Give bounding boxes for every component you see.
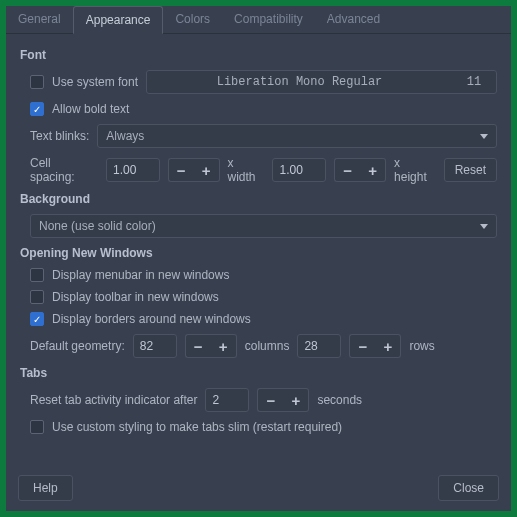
tab-appearance[interactable]: Appearance	[73, 6, 164, 34]
allow-bold-row: ✓ Allow bold text	[30, 102, 497, 116]
height-plus-button[interactable]: +	[360, 158, 386, 182]
allow-bold-checkbox[interactable]: ✓	[30, 102, 44, 116]
background-value: None (use solid color)	[39, 219, 156, 233]
background-row: None (use solid color)	[30, 214, 497, 238]
rows-minus-button[interactable]: −	[349, 334, 375, 358]
text-blinks-label: Text blinks:	[30, 129, 89, 143]
columns-input[interactable]: 82	[133, 334, 177, 358]
default-geometry-label: Default geometry:	[30, 339, 125, 353]
height-minus-button[interactable]: −	[334, 158, 360, 182]
borders-label: Display borders around new windows	[52, 312, 251, 326]
preferences-window: General Appearance Colors Compatibility …	[6, 6, 511, 511]
text-blinks-row: Text blinks: Always	[30, 124, 497, 148]
tab-advanced[interactable]: Advanced	[315, 6, 392, 33]
default-geometry-row: Default geometry: 82 − + columns 28 − + …	[30, 334, 497, 358]
font-chooser[interactable]: Liberation Mono Regular 11	[146, 70, 497, 94]
custom-styling-checkbox[interactable]	[30, 420, 44, 434]
background-select[interactable]: None (use solid color)	[30, 214, 497, 238]
rows-plus-button[interactable]: +	[375, 334, 401, 358]
menubar-label: Display menubar in new windows	[52, 268, 229, 282]
text-blinks-value: Always	[106, 129, 144, 143]
custom-styling-label: Use custom styling to make tabs slim (re…	[52, 420, 342, 434]
reset-indicator-row: Reset tab activity indicator after 2 − +…	[30, 388, 497, 412]
reset-indicator-pre: Reset tab activity indicator after	[30, 393, 197, 407]
section-font: Font	[20, 48, 497, 62]
reset-cell-spacing-button[interactable]: Reset	[444, 158, 497, 182]
reset-seconds-plus-button[interactable]: +	[283, 388, 309, 412]
width-input[interactable]: 1.00	[106, 158, 160, 182]
chevron-down-icon	[480, 134, 488, 139]
tab-colors[interactable]: Colors	[163, 6, 222, 33]
reset-indicator-post: seconds	[317, 393, 362, 407]
width-plus-button[interactable]: +	[194, 158, 220, 182]
borders-checkbox[interactable]: ✓	[30, 312, 44, 326]
borders-row: ✓ Display borders around new windows	[30, 312, 497, 326]
rows-suffix: rows	[409, 339, 434, 353]
width-minus-button[interactable]: −	[168, 158, 194, 182]
allow-bold-label: Allow bold text	[52, 102, 129, 116]
font-size-value: 11	[452, 75, 496, 89]
menubar-checkbox[interactable]	[30, 268, 44, 282]
cell-spacing-row: Cell spacing: 1.00 − + x width 1.00 − + …	[30, 156, 497, 184]
toolbar-checkbox[interactable]	[30, 290, 44, 304]
toolbar-row: Display toolbar in new windows	[30, 290, 497, 304]
height-input[interactable]: 1.00	[272, 158, 326, 182]
columns-plus-button[interactable]: +	[211, 334, 237, 358]
menubar-row: Display menubar in new windows	[30, 268, 497, 282]
tab-compatibility[interactable]: Compatibility	[222, 6, 315, 33]
toolbar-label: Display toolbar in new windows	[52, 290, 219, 304]
width-suffix: x width	[228, 156, 265, 184]
close-button[interactable]: Close	[438, 475, 499, 501]
section-tabs: Tabs	[20, 366, 497, 380]
reset-seconds-input[interactable]: 2	[205, 388, 249, 412]
use-system-font-checkbox[interactable]	[30, 75, 44, 89]
columns-suffix: columns	[245, 339, 290, 353]
custom-styling-row: Use custom styling to make tabs slim (re…	[30, 420, 497, 434]
tab-bar: General Appearance Colors Compatibility …	[6, 6, 511, 34]
rows-input[interactable]: 28	[297, 334, 341, 358]
height-suffix: x height	[394, 156, 436, 184]
dialog-footer: Help Close	[6, 467, 511, 511]
use-system-font-label: Use system font	[52, 75, 138, 89]
help-button[interactable]: Help	[18, 475, 73, 501]
section-background: Background	[20, 192, 497, 206]
tab-general[interactable]: General	[6, 6, 73, 33]
chevron-down-icon	[480, 224, 488, 229]
font-name-value: Liberation Mono Regular	[147, 75, 452, 89]
section-new-windows: Opening New Windows	[20, 246, 497, 260]
reset-seconds-minus-button[interactable]: −	[257, 388, 283, 412]
appearance-panel: Font Use system font Liberation Mono Reg…	[6, 34, 511, 467]
columns-minus-button[interactable]: −	[185, 334, 211, 358]
cell-spacing-label: Cell spacing:	[30, 156, 98, 184]
text-blinks-select[interactable]: Always	[97, 124, 497, 148]
use-system-font-row: Use system font Liberation Mono Regular …	[30, 70, 497, 94]
